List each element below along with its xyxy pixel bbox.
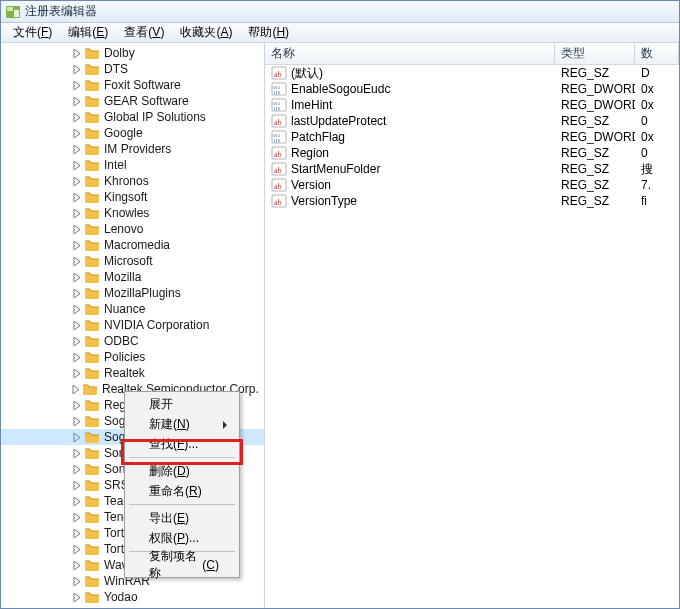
folder-icon [84, 461, 100, 477]
list-row[interactable]: RegionREG_SZ0 [265, 145, 679, 161]
col-header-data[interactable]: 数 [635, 43, 679, 64]
tree-item[interactable]: Nuance [1, 301, 264, 317]
expand-closed-icon[interactable] [71, 544, 82, 555]
expand-closed-icon[interactable] [71, 176, 82, 187]
expand-closed-icon[interactable] [71, 304, 82, 315]
tree-item[interactable]: Global IP Solutions [1, 109, 264, 125]
ctx-delete[interactable]: 删除(D) [127, 461, 237, 481]
tree-item-label: Dolby [104, 45, 141, 61]
tree-item[interactable]: Mozilla [1, 269, 264, 285]
menu-e[interactable]: 编辑(E) [60, 22, 116, 43]
list-row[interactable]: StartMenuFolderREG_SZ搜 [265, 161, 679, 177]
ctx-expand[interactable]: 展开 [127, 394, 237, 414]
tree-item[interactable]: NVIDIA Corporation [1, 317, 264, 333]
expand-closed-icon[interactable] [71, 496, 82, 507]
ctx-rename[interactable]: 重命名(R) [127, 481, 237, 501]
folder-icon [84, 109, 100, 125]
tree-item[interactable]: Microsoft [1, 253, 264, 269]
expand-closed-icon[interactable] [71, 320, 82, 331]
expand-closed-icon[interactable] [71, 448, 82, 459]
col-header-type[interactable]: 类型 [555, 43, 635, 64]
expand-closed-icon[interactable] [71, 144, 82, 155]
tree-item-label: Khronos [104, 173, 155, 189]
expand-closed-icon[interactable] [71, 384, 80, 395]
expand-closed-icon[interactable] [71, 128, 82, 139]
tree-item[interactable]: DTS [1, 61, 264, 77]
expand-closed-icon[interactable] [71, 528, 82, 539]
tree-item[interactable]: Lenovo [1, 221, 264, 237]
tree-item[interactable]: Khronos [1, 173, 264, 189]
expand-closed-icon[interactable] [71, 288, 82, 299]
col-header-name[interactable]: 名称 [265, 43, 555, 64]
list-row[interactable]: (默认)REG_SZD [265, 65, 679, 81]
expand-closed-icon[interactable] [71, 576, 82, 587]
tree-item-label: Global IP Solutions [104, 109, 212, 125]
menu-h[interactable]: 帮助(H) [240, 22, 297, 43]
expand-closed-icon[interactable] [71, 272, 82, 283]
tree-item[interactable]: Dolby [1, 45, 264, 61]
tree-item-label: DTS [104, 61, 134, 77]
menu-v[interactable]: 查看(V) [116, 22, 172, 43]
expand-closed-icon[interactable] [71, 608, 82, 609]
tree-item-label: ODBC [104, 333, 145, 349]
list-row[interactable]: lastUpdateProtectREG_SZ0 [265, 113, 679, 129]
expand-closed-icon[interactable] [71, 224, 82, 235]
list-row[interactable]: PatchFlagREG_DWORD0x [265, 129, 679, 145]
expand-closed-icon[interactable] [71, 112, 82, 123]
expand-closed-icon[interactable] [71, 432, 82, 443]
expand-closed-icon[interactable] [71, 512, 82, 523]
expand-closed-icon[interactable] [71, 592, 82, 603]
menu-a[interactable]: 收藏夹(A) [172, 22, 240, 43]
folder-icon [84, 253, 100, 269]
expand-closed-icon[interactable] [71, 416, 82, 427]
expand-closed-icon[interactable] [71, 96, 82, 107]
tree-item[interactable]: GEAR Software [1, 93, 264, 109]
expand-closed-icon[interactable] [71, 464, 82, 475]
expand-closed-icon[interactable] [71, 160, 82, 171]
value-name: Version [291, 178, 331, 192]
list-row[interactable]: VersionREG_SZ7. [265, 177, 679, 193]
ctx-copy-key-name[interactable]: 复制项名称(C) [127, 555, 237, 575]
expand-closed-icon[interactable] [71, 208, 82, 219]
expand-closed-icon[interactable] [71, 480, 82, 491]
folder-icon [84, 269, 100, 285]
tree-item[interactable]: Foxit Software [1, 77, 264, 93]
expand-closed-icon[interactable] [71, 400, 82, 411]
ctx-permissions[interactable]: 权限(P)... [127, 528, 237, 548]
tree-item[interactable]: Yodao [1, 589, 264, 605]
tree-item[interactable]: Google [1, 125, 264, 141]
expand-closed-icon[interactable] [71, 80, 82, 91]
expand-closed-icon[interactable] [71, 192, 82, 203]
tree-item[interactable]: Macromedia [1, 237, 264, 253]
folder-icon [84, 285, 100, 301]
list-row[interactable]: ImeHintREG_DWORD0x [265, 97, 679, 113]
expand-closed-icon[interactable] [71, 240, 82, 251]
expand-closed-icon[interactable] [71, 352, 82, 363]
expand-closed-icon[interactable] [71, 48, 82, 59]
tree-item[interactable]: Youdao [1, 605, 264, 608]
list-pane[interactable]: 名称 类型 数 (默认)REG_SZDEnableSogouEudcREG_DW… [265, 43, 679, 608]
tree-item[interactable]: Policies [1, 349, 264, 365]
list-row[interactable]: EnableSogouEudcREG_DWORD0x [265, 81, 679, 97]
expand-closed-icon[interactable] [71, 256, 82, 267]
value-name: PatchFlag [291, 130, 345, 144]
ctx-new[interactable]: 新建(N) [127, 414, 237, 434]
ctx-find[interactable]: 查找(F)... [127, 434, 237, 454]
tree-item[interactable]: IM Providers [1, 141, 264, 157]
expand-closed-icon[interactable] [71, 560, 82, 571]
expand-closed-icon[interactable] [71, 336, 82, 347]
menu-f[interactable]: 文件(F) [5, 22, 60, 43]
tree-item[interactable]: Intel [1, 157, 264, 173]
tree-item[interactable]: MozillaPlugins [1, 285, 264, 301]
tree-item[interactable]: Knowles [1, 205, 264, 221]
tree-item[interactable]: Kingsoft [1, 189, 264, 205]
list-row[interactable]: VersionTypeREG_SZfi [265, 193, 679, 209]
tree-item-label: GEAR Software [104, 93, 195, 109]
expand-closed-icon[interactable] [71, 368, 82, 379]
reg-sz-icon [271, 177, 287, 193]
expand-closed-icon[interactable] [71, 64, 82, 75]
tree-item[interactable]: Realtek [1, 365, 264, 381]
value-data: fi [635, 194, 679, 208]
ctx-export[interactable]: 导出(E) [127, 508, 237, 528]
tree-item[interactable]: ODBC [1, 333, 264, 349]
